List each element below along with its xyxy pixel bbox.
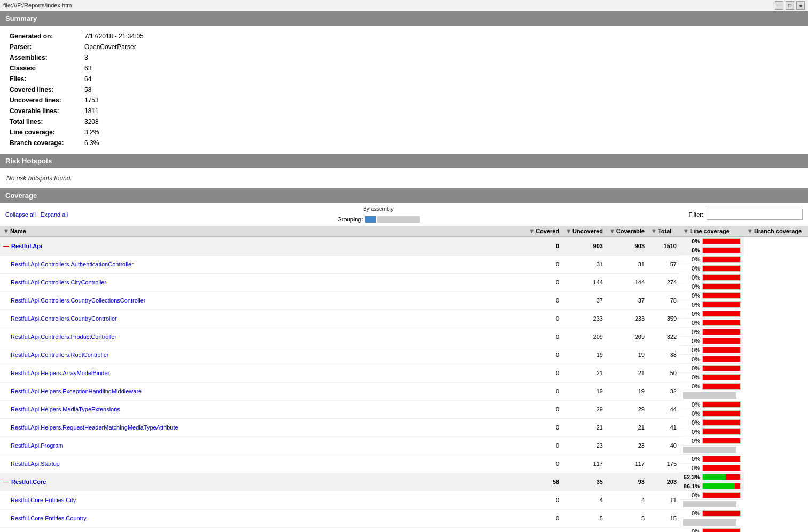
col-covered[interactable]: ▼Covered: [525, 226, 562, 237]
summary-label: Classes:: [5, 63, 80, 74]
coverage-covered-cell: 0: [525, 237, 562, 256]
line-coverage-cell: 0%: [680, 527, 744, 532]
branch-coverage-pct: 0%: [683, 247, 700, 253]
col-uncovered[interactable]: ▼Uncovered: [562, 226, 606, 237]
item-name-link[interactable]: Restful.Api.Helpers.ArrayModelBinder: [11, 370, 109, 376]
summary-value: 1811: [80, 106, 803, 116]
group-toggle[interactable]: —: [3, 479, 9, 485]
coverage-name-cell: Restful.Api.Controllers.RootController: [0, 346, 525, 364]
summary-value: 3208: [80, 116, 803, 127]
item-name-link[interactable]: Restful.Api.Controllers.ProductControlle…: [11, 334, 116, 340]
coverage-total-cell: 40: [648, 436, 680, 455]
line-coverage-bar: [702, 438, 741, 444]
coverage-coverable-cell: 5: [606, 509, 648, 527]
branch-coverage-bar: [702, 247, 741, 253]
coverage-total-cell: 203: [648, 473, 680, 491]
item-name-link[interactable]: Restful.Api.Program: [11, 442, 63, 449]
grouping-top-label: By assembly: [363, 206, 394, 212]
summary-label: Branch coverage:: [5, 138, 80, 148]
item-name-link[interactable]: Restful.Core.Entities.City: [11, 497, 76, 503]
expand-all-link[interactable]: Expand all: [41, 211, 68, 218]
risk-hotspots-section: Risk Hotspots No risk hotspots found.: [0, 154, 808, 188]
branch-coverage-cell: [680, 446, 744, 455]
group-name-link[interactable]: Restful.Api: [11, 243, 42, 249]
sort-arrow-covered: ▼: [529, 228, 535, 234]
coverage-name-cell: Restful.Api.Startup: [0, 455, 525, 473]
branch-coverage-cell: 0%: [680, 464, 744, 473]
item-name-link[interactable]: Restful.Api.Controllers.CountryCollectio…: [11, 297, 146, 304]
filter-input[interactable]: [707, 209, 803, 220]
item-name-link[interactable]: Restful.Api.Controllers.CityController: [11, 279, 106, 285]
sort-arrow-branch: ▼: [747, 228, 753, 234]
coverage-uncovered-cell: 19: [562, 382, 606, 400]
minimize-button[interactable]: —: [775, 1, 783, 10]
item-name-link[interactable]: Restful.Core.Entities.Country: [11, 515, 87, 521]
coverage-total-cell: 57: [648, 255, 680, 273]
line-coverage-pct: 0%: [683, 347, 700, 353]
group-toggle[interactable]: —: [3, 243, 9, 249]
group-name-link[interactable]: Restful.Core: [11, 479, 46, 485]
branch-coverage-bar-empty: [683, 519, 736, 526]
coverage-coverable-cell: 1: [606, 527, 648, 532]
summary-row: Uncovered lines:1753: [5, 95, 803, 106]
item-name-link[interactable]: Restful.Api.Controllers.RootController: [11, 352, 108, 358]
item-name-link[interactable]: Restful.Api.Startup: [11, 460, 60, 467]
grouping-bar-inner: Grouping:: [337, 216, 419, 223]
summary-row: Total lines:3208: [5, 116, 803, 127]
item-name-link[interactable]: Restful.Api.Controllers.AuthenticationCo…: [11, 261, 134, 267]
coverage-uncovered-cell: 903: [562, 237, 606, 256]
branch-coverage-pct: 0%: [683, 320, 700, 326]
coverage-uncovered-cell: 144: [562, 273, 606, 291]
col-name[interactable]: ▼Name: [0, 226, 525, 237]
collapse-all-link[interactable]: Collapse all: [5, 211, 36, 218]
col-line-coverage[interactable]: ▼Line coverage: [680, 226, 744, 237]
item-name-link[interactable]: Restful.Api.Helpers.ExceptionHandlingMid…: [11, 388, 142, 394]
coverage-covered-cell: 0: [525, 436, 562, 455]
item-name-link[interactable]: Restful.Api.Helpers.MediaTypeExtensions: [11, 406, 120, 412]
item-name-link[interactable]: Restful.Api.Helpers.RequestHeaderMatchin…: [11, 424, 178, 431]
branch-coverage-pct: 0%: [683, 301, 700, 308]
line-coverage-pct: 0%: [683, 510, 700, 517]
restore-button[interactable]: □: [786, 1, 794, 10]
sort-arrow-name: ▼: [3, 228, 9, 234]
col-coverable[interactable]: ▼Coverable: [606, 226, 648, 237]
filter-label: Filter:: [688, 211, 703, 218]
branch-coverage-bar: [702, 410, 741, 417]
summary-value: OpenCoverParser: [80, 42, 803, 52]
window-controls: — □ ★: [775, 1, 805, 10]
coverage-covered-cell: 0: [525, 455, 562, 473]
branch-coverage-cell: 0%: [680, 427, 744, 436]
grouping-prefix: Grouping:: [337, 216, 363, 223]
coverage-name-cell: Restful.Api.Helpers.MediaTypeExtensions: [0, 400, 525, 418]
item-name-link[interactable]: Restful.Api.Controllers.CountryControlle…: [11, 315, 117, 322]
line-coverage-pct: 0%: [683, 456, 700, 462]
coverage-total-cell: 359: [648, 309, 680, 328]
coverage-item-row: Restful.Api.Controllers.RootController01…: [0, 346, 808, 364]
line-coverage-cell: 0%: [680, 382, 744, 391]
col-total[interactable]: ▼Total: [648, 226, 680, 237]
coverage-uncovered-cell: 209: [562, 328, 606, 346]
col-branch-coverage[interactable]: ▼Branch coverage: [744, 226, 808, 237]
branch-coverage-pct: 0%: [683, 356, 700, 362]
summary-value: 58: [80, 84, 803, 95]
coverage-covered-cell: 0: [525, 309, 562, 328]
coverage-uncovered-cell: 21: [562, 364, 606, 382]
branch-coverage-bar: [702, 338, 741, 344]
line-coverage-pct: 0%: [683, 274, 700, 281]
coverage-covered-cell: 0: [525, 382, 562, 400]
coverage-total-cell: 9: [648, 527, 680, 532]
sort-arrow-uncovered: ▼: [566, 228, 571, 234]
sort-arrow-line: ▼: [683, 228, 689, 234]
close-button[interactable]: ★: [796, 1, 805, 10]
coverage-uncovered-cell: 31: [562, 255, 606, 273]
coverage-coverable-cell: 19: [606, 382, 648, 400]
coverage-item-row: Restful.Api.Controllers.ProductControlle…: [0, 328, 808, 346]
coverage-uncovered-cell: 19: [562, 346, 606, 364]
summary-value: 3.2%: [80, 127, 803, 138]
coverage-name-cell: Restful.Api.Controllers.CountryControlle…: [0, 309, 525, 328]
coverage-item-row: Restful.Api.Program02323400%: [0, 436, 808, 455]
coverage-group-row: —Restful.Api090390315100%0%: [0, 237, 808, 256]
branch-coverage-pct: 86.1%: [683, 483, 700, 489]
coverage-content: Collapse all | Expand all By assembly Gr…: [0, 203, 808, 532]
grouping-slider[interactable]: [365, 216, 420, 223]
